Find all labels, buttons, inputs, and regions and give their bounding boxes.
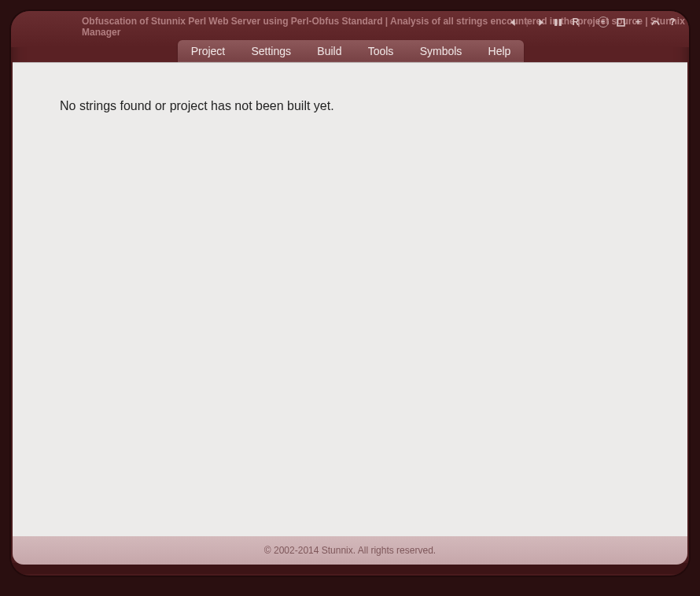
main-nav: Project Settings Build Tools Symbols Hel… — [178, 40, 524, 62]
settings-icon[interactable] — [650, 17, 661, 28]
plus-icon[interactable]: + — [632, 17, 643, 28]
window-toolbar: | R | + + ? — [508, 17, 678, 28]
svg-rect-0 — [555, 19, 558, 26]
expand-icon[interactable] — [615, 17, 626, 28]
help-icon[interactable]: ? — [667, 17, 678, 28]
content-area: No strings found or project has not been… — [13, 62, 687, 536]
nav-build[interactable]: Build — [311, 42, 348, 61]
nav-help[interactable]: Help — [482, 42, 518, 61]
svg-rect-2 — [617, 19, 624, 26]
nav-tools[interactable]: Tools — [362, 42, 400, 61]
separator: | — [588, 17, 591, 28]
nav-project[interactable]: Project — [185, 42, 232, 61]
nav-settings[interactable]: Settings — [245, 42, 297, 61]
back-icon[interactable] — [508, 17, 519, 28]
svg-rect-1 — [559, 19, 562, 26]
pause-icon[interactable] — [553, 17, 564, 28]
nav-symbols[interactable]: Symbols — [414, 42, 469, 61]
footer-bar: © 2002-2014 Stunnix. All rights reserved… — [13, 536, 687, 565]
forward-icon[interactable] — [536, 17, 547, 28]
empty-state-message: No strings found or project has not been… — [60, 99, 334, 113]
breadcrumb-line-2: Manager — [82, 27, 678, 38]
footer-shadow — [13, 563, 687, 574]
app-window: Obfuscation of Stunnix Perl Web Server u… — [11, 11, 689, 576]
separator: | — [525, 17, 529, 28]
reload-button[interactable]: R — [570, 17, 581, 28]
copyright-text: © 2002-2014 Stunnix. All rights reserved… — [264, 545, 436, 556]
add-icon[interactable]: + — [598, 17, 609, 28]
